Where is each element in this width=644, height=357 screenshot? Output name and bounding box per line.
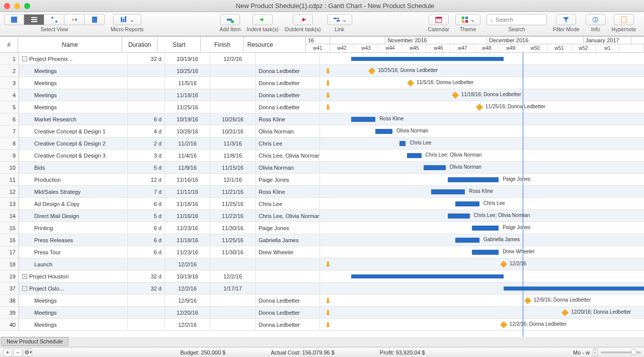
- view-3-button[interactable]: [44, 14, 64, 25]
- cell-dur[interactable]: 32 d: [128, 53, 165, 64]
- cell-res[interactable]: Chris Lee: [256, 137, 320, 149]
- task-bar[interactable]: [448, 177, 499, 182]
- cell-finish[interactable]: 12/2/16: [210, 53, 256, 64]
- milestone-diamond[interactable]: [452, 92, 459, 99]
- summary-bar[interactable]: [351, 57, 503, 61]
- task-row[interactable]: 10Bids5 d11/9/1611/15/16Olivia NormanOli…: [0, 162, 644, 174]
- cell-start[interactable]: 11/25/16: [165, 101, 210, 113]
- task-name[interactable]: Market Research: [19, 113, 128, 125]
- task-row[interactable]: 5Meetings11/25/16Donna Ledbetter⬇11/25/1…: [0, 101, 644, 113]
- task-bar[interactable]: [472, 250, 499, 255]
- task-row[interactable]: 15Printing6 d11/23/1611/30/16Paige Jones…: [0, 222, 644, 234]
- task-name[interactable]: Meetings: [19, 307, 128, 318]
- task-row[interactable]: 12Mkt/Sales Strategy7 d11/11/1611/21/16R…: [0, 186, 644, 198]
- cell-res[interactable]: Donna Ledbetter: [256, 319, 320, 330]
- task-bar[interactable]: [399, 141, 406, 146]
- col-finish[interactable]: Finish: [201, 37, 244, 52]
- cell-dur[interactable]: [128, 101, 165, 113]
- cell-dur[interactable]: 7 d: [128, 186, 165, 197]
- task-row[interactable]: 17Press Tour6 d11/23/1611/30/16Drew Whee…: [0, 246, 644, 258]
- task-name[interactable]: Bids: [19, 162, 128, 173]
- task-row[interactable]: 16Press Releases6 d11/18/1611/25/16Gabri…: [0, 234, 644, 246]
- cell-finish[interactable]: 11/25/16: [210, 198, 256, 209]
- task-name[interactable]: Meetings: [19, 319, 128, 330]
- cell-dur[interactable]: 32 d: [128, 282, 165, 294]
- cell-dur[interactable]: 6 d: [128, 246, 165, 258]
- cell-finish[interactable]: [210, 258, 256, 270]
- cell-dur[interactable]: 5 d: [128, 210, 165, 222]
- collapse-icon[interactable]: -: [22, 286, 27, 291]
- milestone-diamond[interactable]: [524, 297, 531, 304]
- milestone-diamond[interactable]: [561, 309, 569, 316]
- summary-bar[interactable]: [351, 274, 503, 278]
- cell-dur[interactable]: [128, 65, 165, 77]
- cell-res[interactable]: Paige Jones: [256, 174, 320, 185]
- cell-start[interactable]: 11/18/16: [165, 89, 210, 101]
- cell-start[interactable]: 11/18/16: [165, 198, 210, 209]
- task-name[interactable]: Printing: [19, 222, 128, 234]
- task-row[interactable]: 7Creative Concept & Design 14 d10/26/161…: [0, 125, 644, 137]
- cell-start[interactable]: 10/19/16: [165, 53, 210, 64]
- task-row[interactable]: 6Market Research6 d10/19/1610/26/16Ross …: [0, 113, 644, 125]
- task-name[interactable]: +Project Houston: [19, 270, 128, 282]
- col-start[interactable]: Start: [157, 37, 201, 52]
- task-row[interactable]: 37-Project Oslo...32 d12/2/161/17/17: [0, 282, 644, 295]
- cell-dur[interactable]: [128, 77, 165, 89]
- cell-start[interactable]: 12/2/16: [165, 282, 210, 294]
- task-name[interactable]: Meetings: [19, 295, 128, 306]
- task-name[interactable]: Launch: [19, 258, 128, 270]
- cell-start[interactable]: 12/2/16: [165, 258, 210, 270]
- task-row[interactable]: 1-Project Phoenix...32 d10/19/1612/2/16: [0, 53, 644, 65]
- task-bar[interactable]: [448, 213, 469, 219]
- task-bar[interactable]: [407, 153, 422, 158]
- milestone-diamond[interactable]: [500, 261, 507, 268]
- cell-res[interactable]: Olivia Norman: [256, 162, 320, 173]
- cell-start[interactable]: 10/26/16: [165, 125, 210, 137]
- view-5-button[interactable]: [85, 14, 105, 25]
- col-resource[interactable]: Resource: [244, 37, 306, 52]
- task-name[interactable]: Creative Concept & Design 3: [19, 150, 128, 161]
- cell-dur[interactable]: 32 d: [128, 270, 165, 282]
- cell-start[interactable]: 11/16/16: [165, 210, 210, 222]
- cell-res[interactable]: Ross Kline: [256, 113, 320, 125]
- cell-dur[interactable]: 6 d: [128, 198, 165, 209]
- cell-res[interactable]: Drew Wheeler: [256, 246, 320, 258]
- task-bar[interactable]: [375, 129, 392, 134]
- cell-start[interactable]: 11/16/16: [165, 174, 210, 185]
- cell-start[interactable]: 11/2/16: [165, 137, 210, 149]
- cell-finish[interactable]: [210, 307, 256, 318]
- task-name[interactable]: Creative Concept & Design 1: [19, 125, 128, 137]
- task-name[interactable]: Meetings: [19, 101, 128, 113]
- cell-start[interactable]: 12/9/16: [165, 295, 210, 306]
- view-4-button[interactable]: [64, 14, 85, 25]
- cell-start[interactable]: 12/2/16: [165, 319, 210, 330]
- cell-res[interactable]: Paige Jones: [256, 222, 320, 234]
- cell-res[interactable]: Donna Ledbetter: [256, 101, 320, 113]
- expand-icon[interactable]: +: [22, 274, 27, 279]
- cell-finish[interactable]: 10/26/16: [210, 113, 256, 125]
- cell-start[interactable]: 11/18/16: [165, 234, 210, 246]
- cell-dur[interactable]: 6 d: [128, 222, 165, 234]
- task-row[interactable]: 19+Project Houston32 d10/19/1612/2/16: [0, 270, 644, 282]
- task-row[interactable]: 18Launch12/2/16⬇12/2/16: [0, 258, 644, 270]
- cell-finish[interactable]: [210, 77, 256, 89]
- task-name[interactable]: Direct Mail Design: [19, 210, 128, 222]
- add-button[interactable]: +: [3, 348, 12, 356]
- zoom-slider[interactable]: [601, 351, 641, 353]
- filter-button[interactable]: [556, 14, 576, 25]
- cell-start[interactable]: 11/23/16: [165, 246, 210, 258]
- cell-res[interactable]: Ross Kline: [256, 186, 320, 197]
- task-row[interactable]: 8Creative Concept & Design 22 d11/2/1611…: [0, 137, 644, 150]
- cell-finish[interactable]: 11/30/16: [210, 246, 256, 258]
- sheet-tab[interactable]: New Product Schedule: [1, 337, 68, 346]
- task-row[interactable]: 13Ad Design & Copy6 d11/18/1611/25/16Chr…: [0, 198, 644, 210]
- summary-bar[interactable]: [504, 287, 644, 291]
- task-row[interactable]: 3Meetings11/5/16Donna Ledbetter⬇11/5/16;…: [0, 77, 644, 89]
- task-name[interactable]: Ad Design & Copy: [19, 198, 128, 209]
- task-name[interactable]: Meetings: [19, 89, 128, 101]
- task-name[interactable]: Press Tour: [19, 246, 128, 258]
- task-row[interactable]: 40Meetings12/2/16Donna Ledbetter⬇12/2/16…: [0, 319, 644, 331]
- cell-dur[interactable]: [128, 295, 165, 306]
- cell-res[interactable]: Donna Ledbetter: [256, 77, 320, 89]
- cell-finish[interactable]: 11/15/16: [210, 162, 256, 173]
